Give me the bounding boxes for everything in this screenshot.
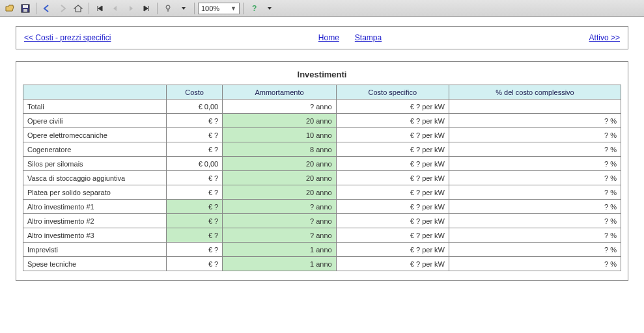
table-row: Totali€ 0,00? anno€ ? per kW [23, 100, 621, 114]
dropdown-icon[interactable] [262, 2, 277, 15]
cell-costo-specifico: € ? per kW [336, 114, 449, 128]
table-row: Opere elettromeccaniche€ ?10 anno€ ? per… [23, 128, 621, 142]
row-label: Opere civili [23, 114, 167, 128]
row-label: Spese tecniche [23, 257, 167, 271]
cell-ammortamento[interactable]: ? anno [223, 214, 336, 228]
row-label: Imprevisti [23, 243, 167, 257]
table-header-row: Costo Ammortamento Costo specifico % del… [23, 85, 621, 100]
row-label: Vasca di stoccaggio aggiuntiva [23, 171, 167, 185]
next-page-icon[interactable] [124, 2, 138, 15]
cell-costo-specifico: € ? per kW [336, 200, 449, 214]
investments-table: Costo Ammortamento Costo specifico % del… [23, 85, 621, 271]
cell-ammortamento[interactable]: 10 anno [223, 128, 336, 142]
cell-costo: € ? [167, 185, 223, 200]
col-header-ammortamento: Ammortamento [223, 85, 336, 100]
stop-icon[interactable] [161, 2, 175, 15]
prev-page-icon[interactable] [108, 2, 122, 15]
cell-ammortamento[interactable]: 20 anno [223, 114, 336, 128]
separator [36, 3, 36, 14]
col-header-label [23, 85, 167, 100]
cell-ammortamento[interactable]: 1 anno [223, 243, 336, 257]
navigation-bar: << Costi - prezzi specifici Home Stampa … [16, 26, 628, 49]
investments-panel: Investimenti Costo Ammortamento Costo sp… [16, 61, 628, 281]
cell-percentuale: ? % [449, 200, 621, 214]
row-label: Platea per solido separato [23, 185, 167, 200]
row-label: Totali [23, 100, 167, 114]
cell-costo-specifico: € ? per kW [336, 128, 449, 142]
separator [243, 3, 244, 14]
cell-costo-specifico: € ? per kW [336, 257, 449, 271]
cell-ammortamento[interactable]: ? anno [223, 228, 336, 243]
open-icon[interactable] [3, 2, 17, 15]
cell-costo: € 0,00 [167, 100, 223, 114]
cell-percentuale: ? % [449, 214, 621, 228]
toolbar: 100% ▼ ? [0, 0, 644, 17]
cell-ammortamento[interactable]: 1 anno [223, 257, 336, 271]
row-label: Silos per silomais [23, 157, 167, 171]
cell-percentuale: ? % [449, 228, 621, 243]
row-label: Cogeneratore [23, 142, 167, 157]
cell-percentuale: ? % [449, 171, 621, 185]
cell-costo-specifico: € ? per kW [336, 100, 449, 114]
svg-text:?: ? [252, 4, 257, 13]
table-row: Cogeneratore€ ?8 anno€ ? per kW? % [23, 142, 621, 157]
cell-percentuale: ? % [449, 128, 621, 142]
save-icon[interactable] [18, 2, 33, 15]
cell-ammortamento[interactable]: 8 anno [223, 142, 336, 157]
cell-costo-specifico: € ? per kW [336, 228, 449, 243]
table-row: Altro investimento #2€ ?? anno€ ? per kW… [23, 214, 621, 228]
separator [89, 3, 89, 14]
cell-percentuale: ? % [449, 114, 621, 128]
cell-costo-specifico: € ? per kW [336, 185, 449, 200]
cell-ammortamento[interactable]: 20 anno [223, 185, 336, 200]
table-row: Spese tecniche€ ?1 anno€ ? per kW? % [23, 257, 621, 271]
cell-costo-specifico: € ? per kW [336, 171, 449, 185]
nav-home-link[interactable]: Home [318, 33, 339, 42]
first-page-icon[interactable] [92, 2, 107, 15]
cell-costo: € ? [167, 114, 223, 128]
last-page-icon[interactable] [139, 2, 154, 15]
cell-percentuale: ? % [449, 142, 621, 157]
cell-ammortamento: ? anno [223, 100, 336, 114]
table-row: Vasca di stoccaggio aggiuntiva€ ?20 anno… [23, 171, 621, 185]
cell-costo-specifico: € ? per kW [336, 142, 449, 157]
nav-print-link[interactable]: Stampa [355, 33, 382, 42]
svg-point-3 [166, 5, 170, 9]
cell-ammortamento[interactable]: 20 anno [223, 171, 336, 185]
table-row: Altro investimento #3€ ?? anno€ ? per kW… [23, 228, 621, 243]
col-header-costo: Costo [167, 85, 223, 100]
row-label: Altro investimento #1 [23, 200, 167, 214]
svg-rect-1 [23, 5, 28, 8]
table-title: Investimenti [23, 67, 621, 85]
cell-costo[interactable]: € ? [167, 200, 223, 214]
cell-costo-specifico: € ? per kW [336, 157, 449, 171]
cell-ammortamento[interactable]: 20 anno [223, 157, 336, 171]
separator [194, 3, 195, 14]
cell-ammortamento[interactable]: ? anno [223, 200, 336, 214]
cell-percentuale: ? % [449, 185, 621, 200]
table-row: Imprevisti€ ?1 anno€ ? per kW? % [23, 243, 621, 257]
chevron-down-icon: ▼ [231, 5, 236, 12]
zoom-select[interactable]: 100% ▼ [198, 3, 240, 14]
dropdown-icon[interactable] [176, 2, 191, 15]
cell-costo-specifico: € ? per kW [336, 214, 449, 228]
forward-icon[interactable] [55, 2, 70, 15]
home-icon[interactable] [71, 2, 85, 15]
cell-costo: € ? [167, 257, 223, 271]
col-header-percentuale: % del costo complessivo [449, 85, 621, 100]
table-row: Altro investimento #1€ ?? anno€ ? per kW… [23, 200, 621, 214]
cell-costo: € ? [167, 142, 223, 157]
cell-costo[interactable]: € ? [167, 214, 223, 228]
cell-percentuale: ? % [449, 243, 621, 257]
zoom-value: 100% [201, 5, 219, 12]
cell-percentuale: ? % [449, 157, 621, 171]
back-icon[interactable] [40, 2, 54, 15]
help-icon[interactable]: ? [247, 2, 261, 15]
row-label: Altro investimento #3 [23, 228, 167, 243]
col-header-costo-specifico: Costo specifico [336, 85, 449, 100]
cell-costo[interactable]: € ? [167, 228, 223, 243]
nav-back-link[interactable]: << Costi - prezzi specifici [24, 33, 111, 42]
nav-forward-link[interactable]: Attivo >> [589, 33, 620, 42]
table-row: Opere civili€ ?20 anno€ ? per kW? % [23, 114, 621, 128]
cell-costo-specifico: € ? per kW [336, 243, 449, 257]
